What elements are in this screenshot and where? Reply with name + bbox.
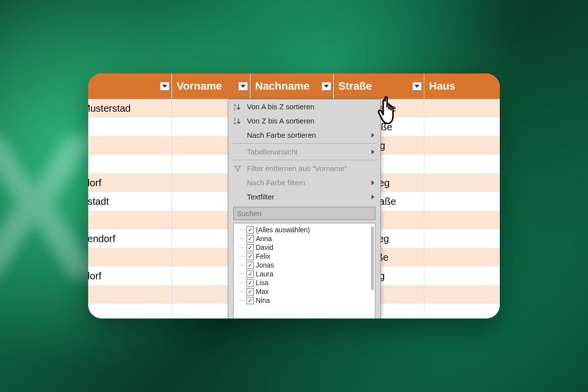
filter-dropdown-icon[interactable] [412, 82, 422, 91]
filter-value-item[interactable]: ⋯ ✓ Anna [238, 234, 375, 243]
separator [231, 143, 377, 144]
select-all-item[interactable]: ⋯ ✓ (Alles auswählen) [238, 225, 375, 234]
clear-filter-item: Filter entfernen aus "Vorname" [228, 161, 380, 175]
item-label: Jonas [256, 261, 274, 269]
checkbox-icon[interactable]: ✓ [246, 226, 254, 234]
filter-search-box [233, 207, 375, 220]
cell[interactable]: ıgeldorf [88, 173, 172, 192]
cell[interactable] [88, 136, 172, 155]
checkbox-icon[interactable]: ✓ [246, 297, 254, 304]
svg-text:Z: Z [234, 118, 236, 121]
checkbox-icon[interactable]: ✓ [246, 279, 254, 287]
svg-text:A: A [234, 103, 236, 107]
header-row: ahl Vorname Nachname Straße Haus [88, 74, 500, 99]
item-label: (Alles auswählen) [256, 226, 310, 234]
svg-text:A: A [234, 122, 236, 125]
menu-label: Textfilter [247, 193, 274, 201]
sort-az-icon: AZ [233, 103, 242, 111]
filter-value-item[interactable]: ⋯ ✓ Max [238, 287, 375, 296]
filter-value-item[interactable]: ⋯ ✓ David [238, 243, 375, 252]
cell[interactable] [88, 211, 172, 229]
funnel-icon [233, 165, 242, 172]
scrollbar-thumb[interactable] [371, 226, 374, 290]
filter-by-color-item: Nach Farbe filtern [228, 175, 380, 190]
sort-az-item[interactable]: AZ Von A bis Z sortieren [228, 99, 380, 114]
excel-x-logo-blur: X [0, 88, 93, 325]
item-label: Nina [256, 296, 270, 304]
sort-za-icon: ZA [233, 117, 242, 125]
filter-dropdown-panel: AZ Von A bis Z sortieren ZA Von Z bis A … [228, 99, 381, 318]
item-label: Laura [256, 270, 273, 278]
menu-label: Nach Farbe filtern [247, 178, 305, 187]
checkbox-icon[interactable]: ✓ [246, 288, 254, 295]
filter-value-item[interactable]: ⋯ ✓ Jonas [238, 261, 375, 270]
submenu-arrow-icon [371, 180, 374, 185]
filter-dropdown-icon[interactable] [321, 82, 331, 91]
cell[interactable]: menstadt [88, 192, 172, 211]
svg-text:Z: Z [234, 107, 236, 111]
cell[interactable]: 45 Musterstad [88, 99, 172, 118]
checkbox-icon[interactable]: ✓ [246, 262, 254, 269]
header-label: Vorname [177, 80, 222, 92]
screenshot-card: ahl Vorname Nachname Straße Haus [88, 74, 500, 318]
menu-label: Filter entfernen aus "Vorname" [247, 164, 347, 172]
separator [231, 160, 377, 160]
menu-label: Von A bis Z sortieren [247, 102, 315, 111]
filter-values-list[interactable]: ⋯ ✓ (Alles auswählen) ⋯ ✓ Anna ⋯ ✓ David… [233, 223, 375, 318]
cell[interactable]: sendorf [88, 267, 172, 285]
menu-label: Tabellenansicht [247, 147, 297, 156]
filter-dropdown-icon[interactable] [238, 82, 248, 91]
table-view-item: Tabellenansicht [228, 145, 380, 159]
checkbox-icon[interactable]: ✓ [246, 235, 254, 243]
column-header-haus[interactable]: Haus [424, 74, 500, 99]
cell[interactable]: adt [88, 118, 172, 136]
cell[interactable]: Viesendorf [88, 229, 172, 248]
menu-label: Nach Farbe sortieren [247, 131, 316, 139]
item-label: Anna [256, 235, 272, 243]
column-header-strasse[interactable]: Straße [333, 74, 424, 99]
submenu-arrow-icon [371, 133, 374, 138]
submenu-arrow-icon [371, 149, 374, 154]
menu-label: Von Z bis A sortieren [247, 117, 315, 125]
checkbox-icon[interactable]: ✓ [246, 253, 254, 260]
header-label: Straße [339, 80, 372, 92]
item-label: Felix [256, 252, 270, 260]
item-label: David [256, 244, 273, 251]
sort-by-color-item[interactable]: Nach Farbe sortieren [228, 128, 380, 142]
checkbox-icon[interactable]: ✓ [246, 244, 254, 251]
column-header-nachname[interactable]: Nachname [250, 74, 333, 99]
cell[interactable]: dorf [88, 248, 172, 267]
filter-value-item[interactable]: ⋯ ✓ Felix [238, 252, 375, 261]
header-label: Nachname [255, 80, 310, 92]
sort-za-item[interactable]: ZA Von Z bis A sortieren [228, 114, 380, 128]
item-label: Max [256, 288, 269, 295]
column-header-ahl[interactable]: ahl [88, 74, 172, 99]
filter-value-item[interactable]: ⋯ ✓ Laura [238, 270, 375, 278]
filter-value-item[interactable]: ⋯ ✓ Lisa [238, 278, 375, 287]
column-header-vorname[interactable]: Vorname [172, 74, 250, 99]
header-label: Haus [429, 80, 456, 92]
text-filter-item[interactable]: Textfilter [228, 190, 380, 204]
item-label: Lisa [256, 279, 269, 287]
checkbox-icon[interactable]: ✓ [246, 270, 254, 278]
filter-dropdown-icon[interactable] [160, 82, 170, 91]
filter-value-item[interactable]: ⋯ ✓ Nina [238, 296, 375, 305]
filter-search-input[interactable] [233, 207, 375, 220]
submenu-arrow-icon [371, 195, 374, 199]
cell[interactable] [88, 155, 172, 173]
